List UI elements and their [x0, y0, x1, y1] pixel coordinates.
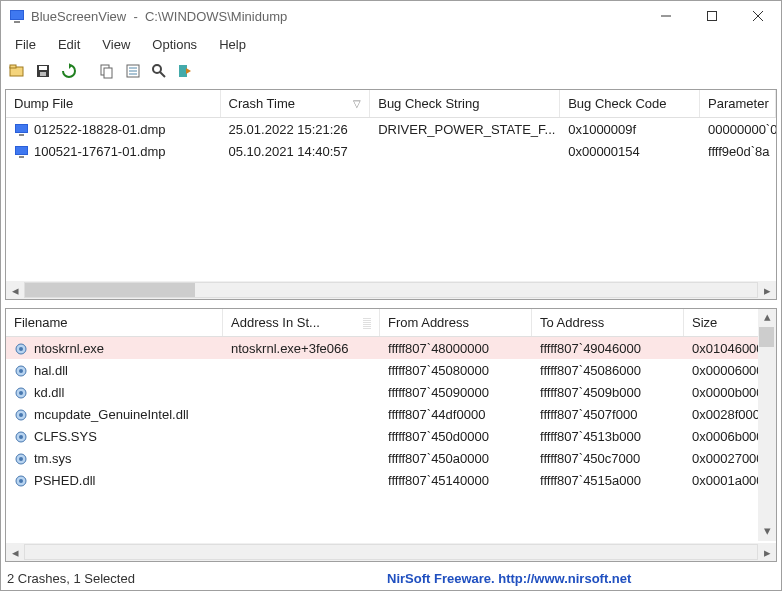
module-icon [14, 364, 30, 378]
svg-point-36 [19, 435, 23, 439]
svg-rect-10 [39, 66, 47, 70]
svg-point-18 [153, 65, 161, 73]
svg-rect-23 [19, 134, 24, 136]
status-left: 2 Crashes, 1 Selected [7, 571, 387, 586]
app-icon [9, 8, 25, 24]
dump-list-header: Dump File Crash Time▽ Bug Check String B… [6, 90, 776, 118]
svg-point-34 [19, 413, 23, 417]
svg-rect-4 [708, 12, 717, 21]
statusbar: 2 Crashes, 1 Selected NirSoft Freeware. … [1, 566, 781, 590]
svg-rect-8 [10, 65, 16, 68]
module-row[interactable]: tm.sysfffff807`450a0000fffff807`450c7000… [6, 447, 776, 469]
col-size[interactable]: Size [684, 309, 766, 336]
toolbar [1, 57, 781, 85]
col-crash-time[interactable]: Crash Time▽ [221, 90, 371, 117]
svg-point-32 [19, 391, 23, 395]
svg-rect-1 [11, 11, 23, 19]
module-row[interactable]: ntoskrnl.exentoskrnl.exe+3fe066fffff807`… [6, 337, 776, 359]
module-row[interactable]: hal.dllfffff807`45080000fffff807`4508600… [6, 359, 776, 381]
menu-file[interactable]: File [5, 34, 46, 55]
module-list-header: Filename Address In St... 𝄛 From Address… [6, 309, 776, 337]
dump-row[interactable]: 100521-17671-01.dmp05.10.2021 14:40:570x… [6, 140, 776, 162]
window-title: BlueScreenView - C:\WINDOWS\Minidump [31, 9, 643, 24]
svg-point-28 [19, 347, 23, 351]
module-row[interactable]: kd.dllfffff807`45090000fffff807`4509b000… [6, 381, 776, 403]
svg-rect-25 [16, 147, 27, 154]
titlebar[interactable]: BlueScreenView - C:\WINDOWS\Minidump [1, 1, 781, 31]
svg-rect-2 [14, 21, 20, 23]
col-to-address[interactable]: To Address [532, 309, 684, 336]
module-icon [14, 430, 30, 444]
col-filename[interactable]: Filename [6, 309, 223, 336]
col-bug-check-string[interactable]: Bug Check String [370, 90, 560, 117]
col-address-in-stack[interactable]: Address In St... 𝄛 [223, 309, 380, 336]
module-list-hscrollbar[interactable]: ◂ ▸ [6, 543, 776, 561]
module-row[interactable]: CLFS.SYSfffff807`450d0000fffff807`4513b0… [6, 425, 776, 447]
toolbar-find-icon[interactable] [149, 61, 169, 81]
toolbar-properties-icon[interactable] [123, 61, 143, 81]
col-parameter[interactable]: Parameter [700, 90, 776, 117]
module-icon [14, 452, 30, 466]
toolbar-save-icon[interactable] [33, 61, 53, 81]
menu-help[interactable]: Help [209, 34, 256, 55]
svg-rect-11 [40, 72, 46, 76]
col-bug-check-code[interactable]: Bug Check Code [560, 90, 700, 117]
monitor-icon [14, 123, 30, 137]
svg-rect-22 [16, 125, 27, 132]
menu-edit[interactable]: Edit [48, 34, 90, 55]
monitor-icon [14, 145, 30, 159]
svg-rect-26 [19, 156, 24, 158]
module-icon [14, 474, 30, 488]
close-button[interactable] [735, 1, 781, 31]
scroll-left-icon[interactable]: ◂ [6, 283, 24, 298]
toolbar-open-icon[interactable] [7, 61, 27, 81]
module-row[interactable]: mcupdate_GenuineIntel.dllfffff807`44df00… [6, 403, 776, 425]
module-list-vscrollbar[interactable]: ▴ ▾ [758, 309, 776, 541]
status-right: NirSoft Freeware. http://www.nirsoft.net [387, 571, 631, 586]
col-dump-file[interactable]: Dump File [6, 90, 221, 117]
toolbar-exit-icon[interactable] [175, 61, 195, 81]
svg-point-40 [19, 479, 23, 483]
module-icon [14, 408, 30, 422]
module-icon [14, 386, 30, 400]
sort-desc-icon: ▽ [353, 98, 361, 109]
minimize-button[interactable] [643, 1, 689, 31]
svg-point-30 [19, 369, 23, 373]
module-row[interactable]: PSHED.dllfffff807`45140000fffff807`4515a… [6, 469, 776, 491]
svg-rect-13 [104, 68, 112, 78]
maximize-button[interactable] [689, 1, 735, 31]
scroll-right-icon[interactable]: ▸ [758, 545, 776, 560]
scroll-up-icon[interactable]: ▴ [758, 309, 776, 327]
module-icon [14, 342, 30, 356]
svg-point-38 [19, 457, 23, 461]
module-list-pane: Filename Address In St... 𝄛 From Address… [5, 308, 777, 562]
dump-list-pane: Dump File Crash Time▽ Bug Check String B… [5, 89, 777, 300]
dump-list-hscrollbar[interactable]: ◂ ▸ [6, 281, 776, 299]
menu-options[interactable]: Options [142, 34, 207, 55]
col-from-address[interactable]: From Address [380, 309, 532, 336]
toolbar-refresh-icon[interactable] [59, 61, 79, 81]
dump-row[interactable]: 012522-18828-01.dmp25.01.2022 15:21:26DR… [6, 118, 776, 140]
menu-view[interactable]: View [92, 34, 140, 55]
scroll-left-icon[interactable]: ◂ [6, 545, 24, 560]
svg-line-19 [160, 72, 165, 77]
scroll-down-icon[interactable]: ▾ [758, 523, 776, 541]
menubar: File Edit View Options Help [1, 31, 781, 57]
svg-rect-20 [179, 65, 187, 77]
sort-indicator-icon: 𝄛 [357, 317, 371, 329]
toolbar-copy-icon[interactable] [97, 61, 117, 81]
scroll-right-icon[interactable]: ▸ [758, 283, 776, 298]
